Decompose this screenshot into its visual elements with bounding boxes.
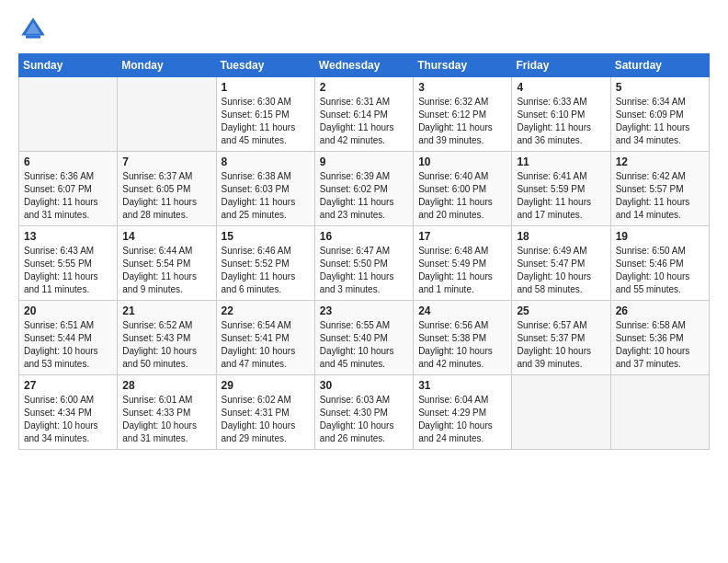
day-info: Sunrise: 6:34 AMSunset: 6:09 PMDaylight:… bbox=[616, 96, 704, 147]
calendar-cell: 22Sunrise: 6:54 AMSunset: 5:41 PMDayligh… bbox=[216, 301, 314, 375]
calendar-cell: 31Sunrise: 6:04 AMSunset: 4:29 PMDayligh… bbox=[414, 375, 512, 450]
calendar-cell: 12Sunrise: 6:42 AMSunset: 5:57 PMDayligh… bbox=[610, 152, 709, 226]
calendar-cell: 25Sunrise: 6:57 AMSunset: 5:37 PMDayligh… bbox=[512, 301, 610, 375]
calendar-cell: 17Sunrise: 6:48 AMSunset: 5:49 PMDayligh… bbox=[414, 226, 512, 301]
calendar-cell: 1Sunrise: 6:30 AMSunset: 6:15 PMDaylight… bbox=[216, 77, 314, 152]
day-number: 3 bbox=[418, 81, 506, 94]
calendar-cell: 23Sunrise: 6:55 AMSunset: 5:40 PMDayligh… bbox=[314, 301, 413, 375]
calendar-cell: 26Sunrise: 6:58 AMSunset: 5:36 PMDayligh… bbox=[610, 301, 709, 375]
day-number: 29 bbox=[222, 379, 310, 392]
day-number: 30 bbox=[320, 379, 408, 392]
weekday-header-wednesday: Wednesday bbox=[314, 54, 413, 77]
calendar-cell: 21Sunrise: 6:52 AMSunset: 5:43 PMDayligh… bbox=[118, 301, 216, 375]
day-info: Sunrise: 6:36 AMSunset: 6:07 PMDaylight:… bbox=[24, 170, 112, 222]
day-info: Sunrise: 6:49 AMSunset: 5:47 PMDaylight:… bbox=[517, 245, 605, 296]
day-number: 14 bbox=[122, 230, 210, 243]
day-info: Sunrise: 6:52 AMSunset: 5:43 PMDaylight:… bbox=[122, 319, 210, 371]
day-number: 20 bbox=[24, 304, 112, 317]
calendar-cell: 19Sunrise: 6:50 AMSunset: 5:46 PMDayligh… bbox=[610, 226, 709, 301]
day-info: Sunrise: 6:01 AMSunset: 4:33 PMDaylight:… bbox=[122, 394, 210, 445]
day-info: Sunrise: 6:03 AMSunset: 4:30 PMDaylight:… bbox=[320, 394, 408, 445]
calendar-cell: 13Sunrise: 6:43 AMSunset: 5:55 PMDayligh… bbox=[19, 226, 118, 301]
day-number: 18 bbox=[517, 230, 605, 243]
calendar-week-row: 27Sunrise: 6:00 AMSunset: 4:34 PMDayligh… bbox=[19, 375, 710, 450]
calendar-cell: 30Sunrise: 6:03 AMSunset: 4:30 PMDayligh… bbox=[314, 375, 413, 450]
day-info: Sunrise: 6:48 AMSunset: 5:49 PMDaylight:… bbox=[418, 245, 506, 296]
day-info: Sunrise: 6:46 AMSunset: 5:52 PMDaylight:… bbox=[222, 245, 310, 296]
day-info: Sunrise: 6:31 AMSunset: 6:14 PMDaylight:… bbox=[320, 96, 408, 147]
calendar-cell bbox=[118, 77, 216, 152]
day-info: Sunrise: 6:40 AMSunset: 6:00 PMDaylight:… bbox=[418, 170, 506, 222]
calendar-cell: 27Sunrise: 6:00 AMSunset: 4:34 PMDayligh… bbox=[19, 375, 118, 450]
day-number: 19 bbox=[616, 230, 704, 243]
day-number: 8 bbox=[222, 155, 310, 168]
day-info: Sunrise: 6:04 AMSunset: 4:29 PMDaylight:… bbox=[418, 394, 506, 445]
calendar-cell: 6Sunrise: 6:36 AMSunset: 6:07 PMDaylight… bbox=[19, 152, 118, 226]
day-info: Sunrise: 6:44 AMSunset: 5:54 PMDaylight:… bbox=[122, 245, 210, 296]
weekday-header-thursday: Thursday bbox=[414, 54, 512, 77]
day-info: Sunrise: 6:38 AMSunset: 6:03 PMDaylight:… bbox=[222, 170, 310, 222]
calendar-cell bbox=[512, 375, 610, 450]
calendar-cell: 16Sunrise: 6:47 AMSunset: 5:50 PMDayligh… bbox=[314, 226, 413, 301]
calendar-cell: 8Sunrise: 6:38 AMSunset: 6:03 PMDaylight… bbox=[216, 152, 314, 226]
calendar-cell bbox=[610, 375, 709, 450]
day-info: Sunrise: 6:37 AMSunset: 6:05 PMDaylight:… bbox=[122, 170, 210, 222]
day-info: Sunrise: 6:02 AMSunset: 4:31 PMDaylight:… bbox=[222, 394, 310, 445]
day-info: Sunrise: 6:00 AMSunset: 4:34 PMDaylight:… bbox=[24, 394, 112, 445]
calendar-cell: 18Sunrise: 6:49 AMSunset: 5:47 PMDayligh… bbox=[512, 226, 610, 301]
day-number: 25 bbox=[517, 304, 605, 317]
calendar-cell: 4Sunrise: 6:33 AMSunset: 6:10 PMDaylight… bbox=[512, 77, 610, 152]
weekday-header-monday: Monday bbox=[118, 54, 216, 77]
day-info: Sunrise: 6:43 AMSunset: 5:55 PMDaylight:… bbox=[24, 245, 112, 296]
day-number: 2 bbox=[320, 81, 408, 94]
calendar-cell: 7Sunrise: 6:37 AMSunset: 6:05 PMDaylight… bbox=[118, 152, 216, 226]
calendar-cell: 14Sunrise: 6:44 AMSunset: 5:54 PMDayligh… bbox=[118, 226, 216, 301]
calendar-cell: 11Sunrise: 6:41 AMSunset: 5:59 PMDayligh… bbox=[512, 152, 610, 226]
day-number: 24 bbox=[418, 304, 506, 317]
day-info: Sunrise: 6:54 AMSunset: 5:41 PMDaylight:… bbox=[222, 319, 310, 371]
calendar-cell: 3Sunrise: 6:32 AMSunset: 6:12 PMDaylight… bbox=[414, 77, 512, 152]
day-info: Sunrise: 6:47 AMSunset: 5:50 PMDaylight:… bbox=[320, 245, 408, 296]
svg-rect-2 bbox=[26, 35, 40, 38]
page: SundayMondayTuesdayWednesdayThursdayFrid… bbox=[0, 0, 728, 465]
weekday-header-tuesday: Tuesday bbox=[216, 54, 314, 77]
calendar-cell: 10Sunrise: 6:40 AMSunset: 6:00 PMDayligh… bbox=[414, 152, 512, 226]
day-info: Sunrise: 6:39 AMSunset: 6:02 PMDaylight:… bbox=[320, 170, 408, 222]
day-number: 21 bbox=[122, 304, 210, 317]
day-number: 9 bbox=[320, 155, 408, 168]
day-info: Sunrise: 6:55 AMSunset: 5:40 PMDaylight:… bbox=[320, 319, 408, 371]
day-number: 7 bbox=[122, 155, 210, 168]
day-number: 11 bbox=[517, 155, 605, 168]
day-number: 13 bbox=[24, 230, 112, 243]
day-number: 5 bbox=[616, 81, 704, 94]
calendar-week-row: 6Sunrise: 6:36 AMSunset: 6:07 PMDaylight… bbox=[19, 152, 710, 226]
day-number: 27 bbox=[24, 379, 112, 392]
calendar-table: SundayMondayTuesdayWednesdayThursdayFrid… bbox=[18, 53, 710, 450]
calendar-cell: 5Sunrise: 6:34 AMSunset: 6:09 PMDaylight… bbox=[610, 77, 709, 152]
day-info: Sunrise: 6:33 AMSunset: 6:10 PMDaylight:… bbox=[517, 96, 605, 147]
day-number: 1 bbox=[222, 81, 310, 94]
day-info: Sunrise: 6:51 AMSunset: 5:44 PMDaylight:… bbox=[24, 319, 112, 371]
day-number: 31 bbox=[418, 379, 506, 392]
calendar-cell: 24Sunrise: 6:56 AMSunset: 5:38 PMDayligh… bbox=[414, 301, 512, 375]
calendar-cell: 20Sunrise: 6:51 AMSunset: 5:44 PMDayligh… bbox=[19, 301, 118, 375]
day-number: 15 bbox=[222, 230, 310, 243]
weekday-header-row: SundayMondayTuesdayWednesdayThursdayFrid… bbox=[19, 54, 710, 77]
calendar-cell bbox=[19, 77, 118, 152]
day-number: 28 bbox=[122, 379, 210, 392]
day-info: Sunrise: 6:41 AMSunset: 5:59 PMDaylight:… bbox=[517, 170, 605, 222]
calendar-cell: 9Sunrise: 6:39 AMSunset: 6:02 PMDaylight… bbox=[314, 152, 413, 226]
day-info: Sunrise: 6:56 AMSunset: 5:38 PMDaylight:… bbox=[418, 319, 506, 371]
day-number: 16 bbox=[320, 230, 408, 243]
calendar-week-row: 13Sunrise: 6:43 AMSunset: 5:55 PMDayligh… bbox=[19, 226, 710, 301]
logo-icon bbox=[18, 15, 48, 44]
calendar-cell: 2Sunrise: 6:31 AMSunset: 6:14 PMDaylight… bbox=[314, 77, 413, 152]
calendar-week-row: 1Sunrise: 6:30 AMSunset: 6:15 PMDaylight… bbox=[19, 77, 710, 152]
calendar-cell: 28Sunrise: 6:01 AMSunset: 4:33 PMDayligh… bbox=[118, 375, 216, 450]
day-info: Sunrise: 6:30 AMSunset: 6:15 PMDaylight:… bbox=[222, 96, 310, 147]
day-info: Sunrise: 6:50 AMSunset: 5:46 PMDaylight:… bbox=[616, 245, 704, 296]
day-number: 17 bbox=[418, 230, 506, 243]
day-info: Sunrise: 6:57 AMSunset: 5:37 PMDaylight:… bbox=[517, 319, 605, 371]
day-number: 6 bbox=[24, 155, 112, 168]
day-number: 4 bbox=[517, 81, 605, 94]
